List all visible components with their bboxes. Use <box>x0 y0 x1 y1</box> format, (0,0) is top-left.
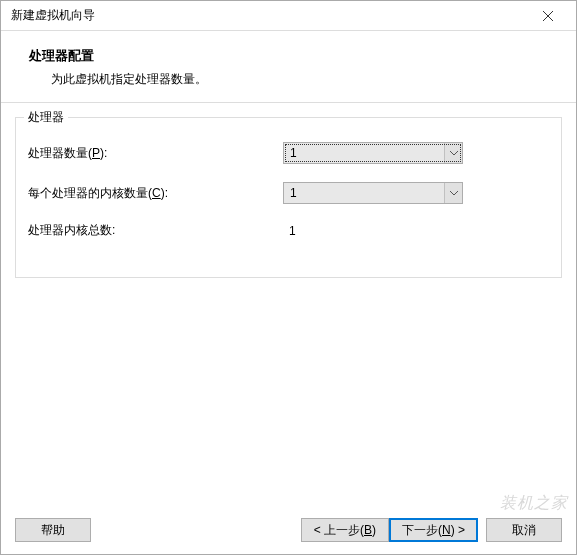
watermark: 装机之家 <box>500 493 568 514</box>
content-area: 处理器 处理器数量(P): 1 每个处理器的内核数量(C): 1 <box>1 103 576 278</box>
processor-count-row: 处理器数量(P): 1 <box>28 142 549 164</box>
groupbox-title: 处理器 <box>24 109 68 126</box>
next-button[interactable]: 下一步(N) > <box>389 518 478 542</box>
cores-per-processor-combo[interactable]: 1 <box>283 182 463 204</box>
chevron-down-icon <box>444 183 462 203</box>
titlebar: 新建虚拟机向导 <box>1 1 576 31</box>
help-button[interactable]: 帮助 <box>15 518 91 542</box>
close-icon <box>543 11 553 21</box>
cores-per-processor-label: 每个处理器的内核数量(C): <box>28 185 283 202</box>
close-button[interactable] <box>528 2 568 30</box>
chevron-down-icon <box>444 143 462 163</box>
total-cores-value: 1 <box>283 224 296 238</box>
wizard-header: 处理器配置 为此虚拟机指定处理器数量。 <box>1 31 576 103</box>
total-cores-row: 处理器内核总数: 1 <box>28 222 549 239</box>
processor-count-combo[interactable]: 1 <box>283 142 463 164</box>
page-title: 处理器配置 <box>29 47 566 65</box>
processor-count-value: 1 <box>290 146 297 160</box>
total-cores-label: 处理器内核总数: <box>28 222 283 239</box>
button-bar: 帮助 < 上一步(B) 下一步(N) > 取消 <box>15 518 562 542</box>
back-button[interactable]: < 上一步(B) <box>301 518 389 542</box>
processor-groupbox: 处理器 处理器数量(P): 1 每个处理器的内核数量(C): 1 <box>15 117 562 278</box>
cores-per-processor-value: 1 <box>290 186 297 200</box>
nav-button-group: < 上一步(B) 下一步(N) > <box>301 518 478 542</box>
processor-count-label: 处理器数量(P): <box>28 145 283 162</box>
window-title: 新建虚拟机向导 <box>11 7 95 24</box>
cancel-button[interactable]: 取消 <box>486 518 562 542</box>
page-subtitle: 为此虚拟机指定处理器数量。 <box>29 71 566 88</box>
cores-per-processor-row: 每个处理器的内核数量(C): 1 <box>28 182 549 204</box>
